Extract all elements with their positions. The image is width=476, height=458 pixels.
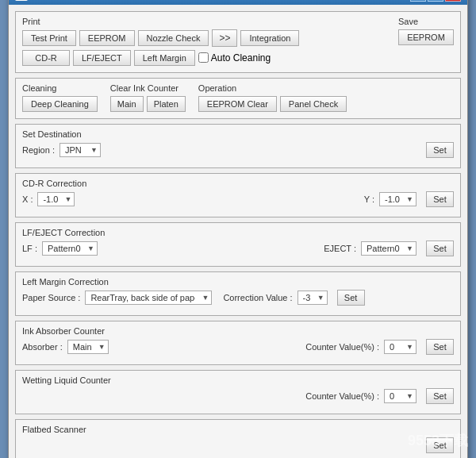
save-eeprom-button[interactable]: EEPROM (398, 29, 454, 45)
flatbed-scanner-row: Set (22, 437, 454, 453)
print-section: Print Test Print EEPROM Nozzle Check >> … (15, 11, 461, 73)
auto-cleaning-wrapper: Auto Cleaning (198, 52, 271, 64)
wetting-counter-select[interactable]: 0 10 20 (384, 389, 416, 403)
x-select[interactable]: -1.0 0.0 1.0 (37, 192, 75, 206)
wetting-liquid-label: Wetting Liquid Counter (22, 375, 454, 385)
set-destination-section: Set Destination Region : JPN US EUR ▼ Se… (15, 124, 461, 168)
ink-counter-label: Counter Value(%) : (305, 342, 379, 352)
minimize-button[interactable]: ─ (410, 0, 426, 2)
operation-label: Operation (198, 83, 347, 93)
clear-ink-main-button[interactable]: Main (110, 96, 144, 112)
lf-eject-label: LF/EJECT Correction (22, 228, 454, 237)
eject-select-wrapper: Pattern0 Pattern1 Pattern2 ▼ (361, 241, 416, 256)
lf-label: LF : (22, 244, 37, 253)
eeprom-print-button[interactable]: EEPROM (79, 30, 135, 46)
left-margin-section: Left Margin Correction Paper Source : Re… (15, 271, 461, 316)
wetting-counter-label: Counter Value(%) : (305, 391, 379, 401)
correction-value-label: Correction Value : (223, 293, 292, 302)
left-margin-row: Paper Source : RearTray, back side of pa… (22, 290, 454, 306)
lf-eject-button[interactable]: LF/EJECT (73, 50, 131, 66)
x-label: X : (22, 194, 33, 204)
print-row1: Test Print EEPROM Nozzle Check >> Integr… (22, 29, 299, 47)
cd-r-set-button[interactable]: Set (426, 191, 454, 207)
paper-source-label: Paper Source : (22, 293, 80, 302)
y-select-wrapper: -1.0 0.0 1.0 ▼ (379, 192, 416, 206)
lf-eject-section: LF/EJECT Correction LF : Pattern0 Patter… (15, 222, 461, 267)
left-margin-label: Left Margin Correction (22, 277, 454, 287)
lf-select[interactable]: Pattern0 Pattern1 Pattern2 (42, 241, 98, 256)
main-window: ⚙ Service Tool ─ □ ✕ Print Test Print EE… (8, 0, 468, 458)
auto-cleaning-checkbox[interactable] (198, 52, 209, 63)
wetting-liquid-set-button[interactable]: Set (426, 388, 454, 404)
integration-button[interactable]: Integration (240, 30, 299, 46)
cd-r-row: X : -1.0 0.0 1.0 ▼ Y : -1.0 0.0 1.0 (22, 191, 454, 207)
left-margin-button[interactable]: Left Margin (134, 50, 195, 66)
set-destination-label: Set Destination (22, 129, 454, 139)
ink-absorber-set-button[interactable]: Set (426, 339, 454, 355)
watermark: 9553下载 (408, 431, 468, 450)
save-area: Save EEPROM (398, 17, 454, 66)
flatbed-scanner-label: Flatbed Scanner (22, 425, 454, 434)
clear-ink-area: Clear Ink Counter Main Platen (110, 83, 186, 112)
correction-value-select[interactable]: -3 -2 -1 0 1 2 3 (298, 291, 328, 305)
ink-absorber-label: Ink Absorber Counter (22, 326, 454, 336)
print-area: Print Test Print EEPROM Nozzle Check >> … (22, 17, 299, 66)
region-select-wrapper: JPN US EUR ▼ (60, 143, 101, 157)
lf-eject-set-button[interactable]: Set (426, 241, 454, 256)
absorber-select-wrapper: Main Sub ▼ (67, 340, 109, 354)
auto-cleaning-label: Auto Cleaning (211, 52, 271, 64)
arrow-button[interactable]: >> (212, 29, 237, 47)
region-label: Region : (22, 145, 55, 155)
app-icon: ⚙ (15, 0, 28, 1)
lf-select-wrapper: Pattern0 Pattern1 Pattern2 ▼ (42, 241, 98, 256)
clear-ink-label: Clear Ink Counter (110, 83, 186, 93)
set-destination-button[interactable]: Set (426, 142, 454, 158)
maximize-button[interactable]: □ (428, 0, 443, 2)
titlebar-left: ⚙ Service Tool (15, 0, 84, 1)
y-select[interactable]: -1.0 0.0 1.0 (379, 192, 416, 206)
region-select[interactable]: JPN US EUR (60, 143, 101, 157)
lf-eject-row: LF : Pattern0 Pattern1 Pattern2 ▼ EJECT … (22, 241, 454, 256)
panel-check-button[interactable]: Panel Check (280, 96, 347, 112)
cd-r-label: CD-R Correction (22, 179, 454, 188)
content-area: Print Test Print EEPROM Nozzle Check >> … (9, 5, 467, 459)
wetting-counter-select-wrapper: 0 10 20 ▼ (384, 389, 416, 403)
ink-absorber-row: Absorber : Main Sub ▼ Counter Value(%) :… (22, 339, 454, 355)
ink-counter-select[interactable]: 0 10 20 (384, 340, 416, 354)
cd-r-button[interactable]: CD-R (22, 50, 70, 66)
absorber-select[interactable]: Main Sub (67, 340, 109, 354)
eject-select[interactable]: Pattern0 Pattern1 Pattern2 (361, 241, 416, 256)
middle-section: Cleaning Deep Cleaning Clear Ink Counter… (15, 78, 461, 119)
x-select-wrapper: -1.0 0.0 1.0 ▼ (37, 192, 75, 206)
paper-source-select-wrapper: RearTray, back side of paper FrontTray ▼ (85, 291, 212, 305)
ink-absorber-section: Ink Absorber Counter Absorber : Main Sub… (15, 321, 461, 365)
flatbed-scanner-section: Flatbed Scanner Set (15, 419, 461, 459)
ink-counter-select-wrapper: 0 10 20 ▼ (384, 340, 416, 354)
print-label: Print (22, 17, 299, 26)
cd-r-section: CD-R Correction X : -1.0 0.0 1.0 ▼ Y : -… (15, 173, 461, 217)
eeprom-clear-button[interactable]: EEPROM Clear (198, 96, 277, 112)
cleaning-area: Cleaning Deep Cleaning (22, 83, 98, 112)
absorber-label: Absorber : (22, 342, 63, 352)
y-label: Y : (364, 194, 374, 204)
clear-ink-platen-button[interactable]: Platen (147, 96, 186, 112)
test-print-button[interactable]: Test Print (22, 30, 76, 46)
cleaning-label: Cleaning (22, 83, 98, 93)
titlebar-controls: ─ □ ✕ (410, 0, 461, 2)
wetting-liquid-section: Wetting Liquid Counter Counter Value(%) … (15, 370, 461, 414)
close-button[interactable]: ✕ (445, 0, 461, 2)
paper-source-select[interactable]: RearTray, back side of paper FrontTray (85, 291, 212, 305)
deep-cleaning-button[interactable]: Deep Cleaning (22, 96, 98, 112)
eject-label: EJECT : (324, 244, 356, 253)
operation-area: Operation EEPROM Clear Panel Check (198, 83, 347, 112)
correction-value-select-wrapper: -3 -2 -1 0 1 2 3 ▼ (298, 291, 328, 305)
set-destination-row: Region : JPN US EUR ▼ Set (22, 142, 454, 158)
save-label: Save (398, 17, 418, 26)
print-row2: CD-R LF/EJECT Left Margin Auto Cleaning (22, 50, 299, 66)
left-margin-set-button[interactable]: Set (337, 290, 365, 306)
nozzle-check-button[interactable]: Nozzle Check (138, 30, 209, 46)
wetting-liquid-row: Counter Value(%) : 0 10 20 ▼ Set (22, 388, 454, 404)
